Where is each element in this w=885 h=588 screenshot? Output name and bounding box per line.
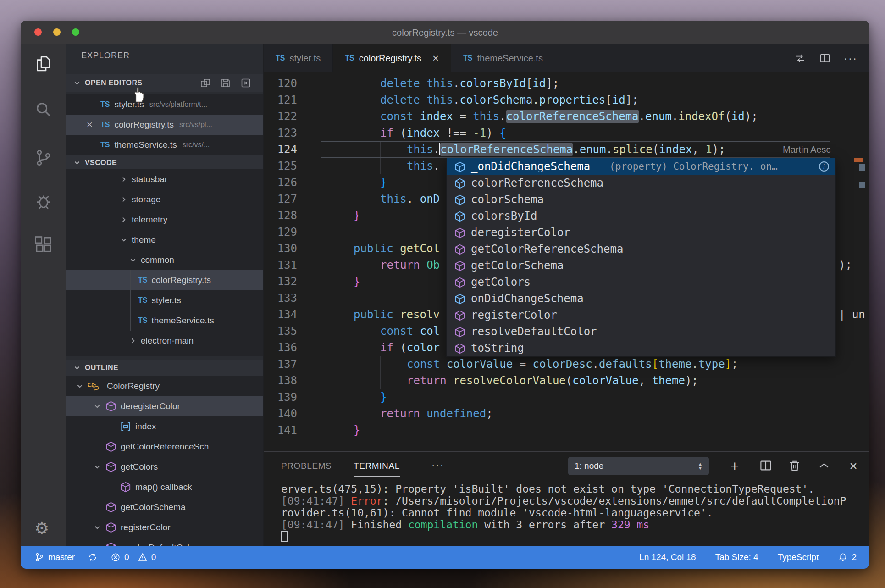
terminal-select[interactable]: 1: node ▲▼ — [568, 457, 709, 475]
code-line-122[interactable]: 122const index = this.colorReferenceSche… — [264, 108, 869, 125]
info-icon[interactable]: i — [819, 161, 829, 172]
suggest-item[interactable]: getColorReferenceSchema — [447, 241, 835, 257]
search-icon[interactable] — [34, 100, 53, 119]
close-all-editors-icon[interactable] — [240, 78, 251, 89]
open-editor-item[interactable]: TSstyler.tssrc/vs/platform/t... — [66, 94, 263, 115]
tree-file-item[interactable]: TSstyler.ts — [66, 290, 263, 311]
open-editor-item[interactable]: ×TScolorRegistry.tssrc/vs/pl... — [66, 115, 263, 135]
split-editor-icon[interactable] — [819, 52, 831, 64]
outline-label: OUTLINE — [85, 364, 118, 372]
suggest-item[interactable]: registerColor — [447, 307, 835, 323]
suggest-item[interactable]: colorSchema — [447, 191, 835, 208]
editor-tab-colorRegistry-ts[interactable]: TScolorRegistry.ts× — [333, 44, 451, 72]
tree-file-item[interactable]: TScolorRegistry.ts — [66, 270, 263, 290]
suggest-item[interactable]: colorsById — [447, 208, 835, 224]
tree-folder-item[interactable]: statusbar — [66, 169, 263, 189]
line-number: 125 — [264, 158, 297, 174]
tree-item-label: theme — [132, 235, 156, 245]
sync-item[interactable] — [88, 552, 98, 562]
save-all-icon[interactable] — [220, 78, 231, 89]
maximize-panel-icon[interactable] — [816, 459, 832, 474]
close-editor-icon[interactable]: × — [87, 119, 100, 131]
git-branch-item[interactable]: master — [34, 552, 75, 562]
tree-folder-item[interactable]: theme — [66, 230, 263, 250]
outline-item-label: resolveDefaultColor — [121, 543, 197, 546]
titlebar[interactable]: colorRegistry.ts — vscode — [21, 21, 869, 44]
cursor-position[interactable]: Ln 124, Col 18 — [639, 552, 696, 562]
tree-file-item[interactable]: TSthemeService.ts — [66, 311, 263, 331]
code-token: this — [407, 160, 433, 172]
tree-indent-guide — [130, 270, 131, 331]
terminal-output[interactable]: erver.ts(475,15): Property 'isBuilt' doe… — [264, 480, 869, 546]
code-line-124[interactable]: 124this.colorReferenceSchema.enum.splice… — [264, 141, 869, 158]
code-token: . — [606, 143, 612, 156]
editor-tab-styler-ts[interactable]: TSstyler.ts — [264, 44, 333, 72]
outline-item[interactable]: index — [66, 416, 263, 437]
code-line-123[interactable]: 123if (index !== -1) { — [264, 125, 869, 141]
chevron-right-icon — [129, 337, 137, 345]
close-tab-icon[interactable]: × — [432, 52, 439, 65]
source-control-icon[interactable] — [34, 149, 53, 167]
open-editor-filename: colorRegistry.ts — [114, 120, 174, 130]
open-editor-item[interactable]: TSthemeService.tssrc/vs/... — [66, 135, 263, 155]
split-terminal-icon[interactable] — [758, 459, 774, 474]
code-line-139[interactable]: 139} — [264, 389, 869, 405]
suggest-item[interactable]: resolveDefaultColor — [447, 323, 835, 340]
settings-gear-icon[interactable]: ⚙ — [34, 519, 49, 538]
tree-folder-item[interactable]: electron-main — [66, 331, 263, 351]
outline-item-label: getColorSchema — [121, 502, 186, 512]
suggest-item[interactable]: _onDidChangeSchema(property) ColorRegist… — [447, 158, 835, 175]
tree-folder-item[interactable]: storage — [66, 189, 263, 210]
editor-more-actions-icon[interactable]: ··· — [844, 52, 857, 65]
tab-size[interactable]: Tab Size: 4 — [715, 552, 758, 562]
code-line-137[interactable]: 137const colorValue = colorDesc.defaults… — [264, 356, 869, 372]
chevron-down-icon — [93, 463, 101, 471]
outline-item-label: getColors — [121, 462, 158, 472]
close-panel-icon[interactable]: × — [846, 459, 861, 474]
debug-icon[interactable] — [34, 192, 53, 211]
line-number: 137 — [264, 356, 297, 372]
outline-item-label: registerColor — [121, 522, 171, 533]
outline-item[interactable]: resolveDefaultColor — [66, 538, 263, 546]
new-editor-group-icon[interactable] — [200, 78, 211, 89]
line-number: 124 — [264, 141, 297, 158]
vscode-folder-header[interactable]: VSCODE — [66, 155, 263, 171]
hand-cursor-pointer — [130, 85, 147, 103]
code-line-120[interactable]: 120delete this.colorsById[id]; — [264, 75, 869, 92]
code-line-141[interactable]: 141} — [264, 422, 869, 438]
code-editor[interactable]: 120delete this.colorsById[id];121delete … — [264, 72, 869, 451]
extensions-icon[interactable] — [34, 236, 53, 254]
panel-more-icon[interactable]: ··· — [431, 452, 444, 480]
editor-tab-themeService-ts[interactable]: TSthemeService.ts — [451, 44, 555, 72]
code-line-140[interactable]: 140return undefined; — [264, 405, 869, 422]
code-line-121[interactable]: 121delete this.colorSchema.properties[id… — [264, 92, 869, 108]
outline-item[interactable]: map() callback — [66, 477, 263, 497]
outline-item[interactable]: getColorSchema — [66, 497, 263, 517]
outline-item[interactable]: registerColor — [66, 517, 263, 538]
suggest-item[interactable]: toString — [447, 340, 835, 356]
outline-item[interactable]: ColorRegistry — [66, 376, 263, 396]
suggest-item[interactable]: deregisterColor — [447, 224, 835, 241]
outline-item[interactable]: deregisterColor — [66, 396, 263, 416]
new-terminal-icon[interactable]: + — [727, 459, 742, 474]
line-number: 141 — [264, 422, 297, 438]
outline-header[interactable]: OUTLINE — [66, 360, 263, 376]
notifications-item[interactable]: 2 — [838, 552, 857, 562]
tree-folder-item[interactable]: common — [66, 250, 263, 270]
suggest-item[interactable]: colorReferenceSchema — [447, 175, 835, 191]
kill-terminal-trash-icon[interactable] — [787, 459, 802, 474]
language-mode[interactable]: TypeScript — [778, 552, 819, 562]
tree-folder-item[interactable]: telemetry — [66, 210, 263, 230]
tab-problems[interactable]: PROBLEMS — [281, 452, 332, 480]
outline-item[interactable]: getColors — [66, 457, 263, 477]
problems-summary[interactable]: 0 0 — [111, 552, 156, 562]
explorer-icon[interactable] — [34, 55, 53, 73]
suggest-item[interactable]: getColors — [447, 274, 835, 290]
panel-header: PROBLEMS TERMINAL ··· 1: node ▲▼ + — [264, 452, 869, 480]
suggest-item[interactable]: getColorSchema — [447, 257, 835, 274]
code-line-138[interactable]: 138return resolveColorValue(colorValue, … — [264, 372, 869, 389]
open-changes-icon[interactable] — [794, 52, 806, 64]
suggest-item[interactable]: onDidChangeSchema — [447, 290, 835, 307]
code-token: if — [380, 127, 393, 139]
outline-item[interactable]: getColorReferenceSch... — [66, 437, 263, 457]
